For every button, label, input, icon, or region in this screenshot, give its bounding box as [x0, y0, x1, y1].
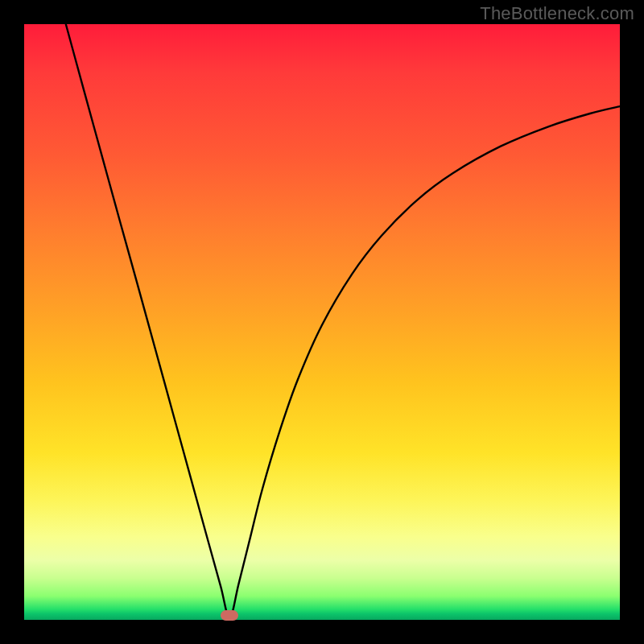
- bottleneck-curve: [24, 24, 620, 620]
- watermark-text: TheBottleneck.com: [480, 3, 634, 24]
- chart-frame: TheBottleneck.com: [0, 0, 644, 644]
- curve-path: [66, 24, 620, 618]
- minimum-marker: [221, 610, 238, 621]
- plot-area: [24, 24, 620, 620]
